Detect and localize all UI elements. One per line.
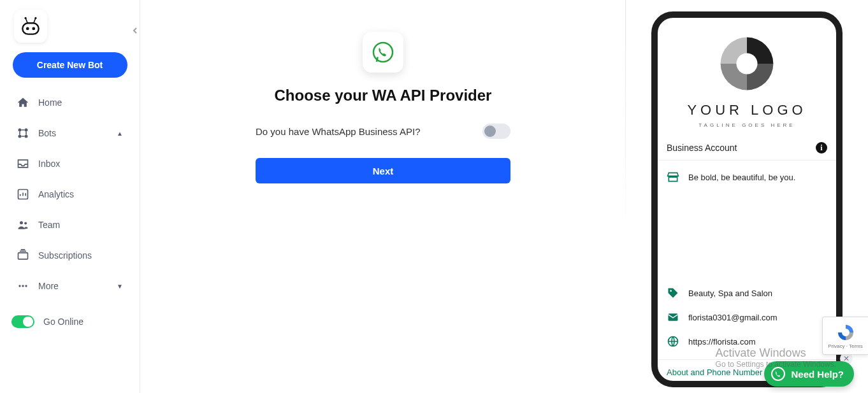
bots-icon [17,127,29,139]
sidebar-item-analytics[interactable]: Analytics [6,179,133,210]
sidebar-item-label: Team [38,220,60,230]
sidebar-item-inbox[interactable]: Inbox [6,148,133,179]
whatsapp-small-icon [770,366,786,382]
sidebar-item-label: Inbox [38,159,60,169]
go-online-row: Go Online [6,306,133,337]
api-question-text: Do you have WhatsApp Business API? [256,126,420,137]
create-new-bot-button[interactable]: Create New Bot [13,52,127,78]
need-help-button[interactable]: Need Help? [764,361,854,387]
whatsapp-card [363,32,403,73]
main-area: Choose your WA API Provider Do you have … [140,0,868,393]
robot-icon [18,14,43,38]
recaptcha-badge[interactable]: Privacy · Terms [822,317,868,355]
api-question-row: Do you have WhatsApp Business API? [256,124,510,139]
svg-point-5 [18,129,22,132]
sidebar-collapse-button[interactable] [130,25,140,36]
svg-point-13 [18,285,20,287]
sidebar-item-bots[interactable]: Bots ▲ [6,118,133,148]
svg-point-18 [670,290,672,292]
bio-row: Be bold, be beautiful, be you. [667,171,827,183]
analytics-icon [17,188,29,201]
tag-icon [667,287,679,299]
brand-text: YOUR LOGO [687,102,806,118]
sidebar-item-home[interactable]: Home [6,87,133,118]
sidebar-item-label: More [38,281,59,291]
mail-icon [667,311,679,324]
svg-rect-12 [18,253,28,259]
svg-point-17 [736,53,757,74]
team-icon [17,218,29,231]
phone-preview: YOUR LOGO TAGLINE GOES HERE Business Acc… [651,11,843,387]
sidebar-nav: Home Bots ▲ Inbox Analytics Team Subscri… [6,87,133,301]
svg-point-6 [25,129,28,132]
business-details: Be bold, be beautiful, be you. Beauty, S… [658,161,836,359]
sidebar-item-label: Bots [38,128,56,138]
svg-point-21 [772,368,785,380]
category-text: Beauty, Spa and Salon [688,289,772,298]
caret-up-icon: ▲ [117,130,123,137]
chevron-left-icon [132,27,138,34]
svg-point-10 [20,221,23,224]
app-logo [14,10,47,43]
business-account-row: Business Account i [658,136,836,161]
recaptcha-icon [836,323,855,342]
setup-pane: Choose your WA API Provider Do you have … [140,0,626,393]
home-icon [17,96,29,109]
inbox-icon [17,157,29,170]
sidebar-item-label: Subscriptions [38,250,92,261]
email-text: florista0301@gmail.com [688,313,778,322]
sidebar-item-team[interactable]: Team [6,210,133,240]
business-logo-icon [718,34,776,93]
svg-rect-19 [669,313,678,321]
category-row: Beauty, Spa and Salon [667,287,827,299]
recaptcha-text: Privacy · Terms [828,343,863,349]
sidebar: Create New Bot Home Bots ▲ Inbox Analyti… [0,0,140,393]
globe-icon [667,335,679,348]
vertical-divider [625,0,626,393]
api-toggle[interactable] [482,124,510,139]
store-icon [667,171,679,183]
svg-rect-2 [22,23,38,34]
phone-header: YOUR LOGO TAGLINE GOES HERE [658,18,836,136]
go-online-toggle[interactable] [11,315,34,328]
website-text: https://florista.com [688,337,755,347]
svg-point-15 [25,285,27,287]
svg-point-3 [26,27,29,31]
whatsapp-icon [370,39,396,65]
business-account-label: Business Account [667,143,737,153]
subscriptions-icon [17,249,29,262]
sidebar-item-label: Home [38,97,62,108]
info-icon[interactable]: i [816,142,827,154]
go-online-label: Go Online [43,317,83,327]
need-help-label: Need Help? [791,369,844,380]
sidebar-item-subscriptions[interactable]: Subscriptions [6,240,133,271]
svg-point-14 [22,285,24,287]
brand-tagline: TAGLINE GOES HERE [698,122,795,128]
svg-point-11 [24,222,27,225]
email-row: florista0301@gmail.com [667,311,827,324]
sidebar-item-more[interactable]: More ▼ [6,271,133,301]
bio-text: Be bold, be beautiful, be you. [688,173,795,182]
sidebar-item-label: Analytics [38,189,74,199]
website-row: https://florista.com [667,335,827,348]
svg-point-8 [25,135,28,138]
svg-point-7 [18,135,22,138]
setup-heading: Choose your WA API Provider [275,87,492,104]
next-button[interactable]: Next [256,158,510,183]
more-icon [17,280,29,292]
svg-point-16 [373,43,393,62]
svg-point-4 [32,27,35,31]
caret-down-icon: ▼ [117,283,123,290]
